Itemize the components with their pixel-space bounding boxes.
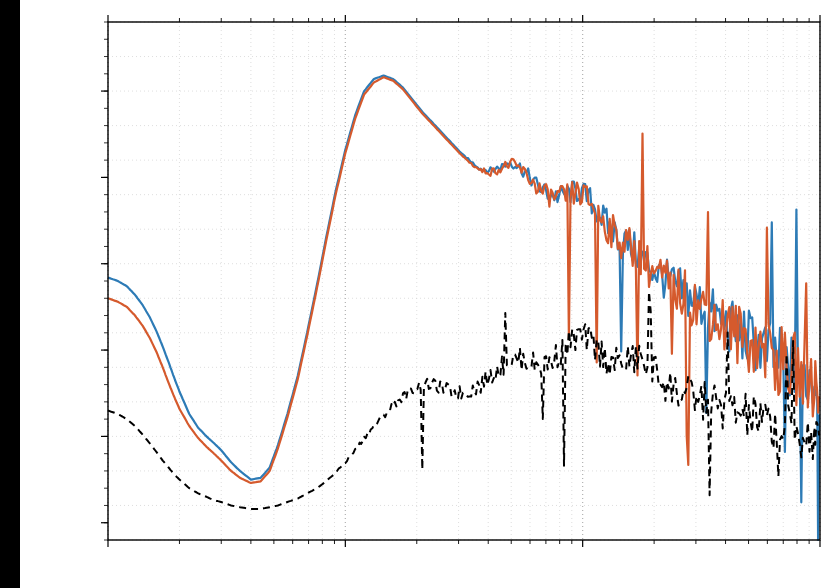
axes-frame xyxy=(108,22,820,540)
line-chart xyxy=(0,0,828,588)
series-orange xyxy=(108,77,819,483)
chart-svg xyxy=(0,0,828,588)
grid xyxy=(108,22,820,540)
left-black-band xyxy=(0,0,20,588)
series-blue xyxy=(108,76,819,541)
